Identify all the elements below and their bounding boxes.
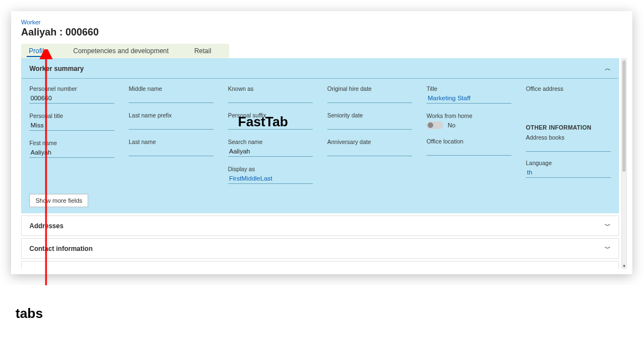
first-name-label: First name	[29, 140, 114, 146]
title-label: Title	[427, 85, 511, 92]
office-location-field[interactable]	[427, 146, 511, 156]
tabs-row: Profile Competencies and development Ret…	[21, 44, 229, 58]
original-hire-date-label: Original hire date	[327, 85, 412, 92]
seniority-date-label: Seniority date	[327, 112, 412, 119]
office-address-label: Office address	[526, 85, 611, 92]
breadcrumb[interactable]: Worker	[21, 19, 627, 25]
works-from-home-toggle[interactable]: No	[427, 121, 511, 129]
address-books-field[interactable]	[526, 142, 611, 152]
col-4: Original hire date Seniority date Annive…	[327, 85, 412, 156]
chevron-up-icon: ︿	[605, 64, 611, 73]
middle-name-label: Middle name	[129, 85, 214, 92]
anniversary-date-field[interactable]	[327, 146, 412, 156]
scroll-down-icon[interactable]: ▾	[622, 263, 626, 269]
tab-competencies[interactable]: Competencies and development	[65, 44, 176, 58]
office-location-label: Office location	[427, 138, 511, 145]
personnel-number-label: Personnel number	[29, 85, 114, 92]
fasttab-contact-information-title: Contact information	[29, 245, 93, 253]
fasttab-addresses: Addresses ﹀	[21, 215, 619, 236]
fasttab-personal-information-title: Personal information	[29, 268, 96, 269]
tab-profile[interactable]: Profile	[21, 44, 55, 58]
search-name-label: Search name	[228, 138, 313, 145]
vertical-scrollbar[interactable]: ▴ ▾	[621, 58, 627, 269]
title-field[interactable]: Marketing Staff	[427, 93, 511, 104]
personal-title-field[interactable]: Miss	[29, 120, 114, 131]
language-field[interactable]: th	[526, 167, 611, 178]
tab-retail[interactable]: Retail	[186, 44, 219, 58]
worker-summary-grid: Personnel number 000660 Personal title M…	[29, 85, 611, 184]
known-as-label: Known as	[228, 85, 313, 92]
fasttab-addresses-header[interactable]: Addresses ﹀	[22, 216, 618, 235]
content-area: Worker summary ︿ Personnel number 000660	[21, 58, 627, 269]
fasttab-worker-summary: Worker summary ︿ Personnel number 000660	[21, 58, 619, 213]
chevron-down-icon: ﹀	[605, 222, 611, 230]
col-1: Personnel number 000660 Personal title M…	[29, 85, 114, 158]
fasttab-worker-summary-body: Personnel number 000660 Personal title M…	[22, 79, 618, 213]
personal-title-label: Personal title	[29, 112, 114, 119]
works-from-home-label: Works from home	[427, 112, 511, 119]
page-title: Aaliyah : 000660	[21, 27, 627, 38]
col-5: Title Marketing Staff Works from home No	[427, 85, 511, 156]
chevron-down-icon: ﹀	[605, 244, 611, 253]
known-as-field[interactable]	[228, 93, 313, 103]
last-name-prefix-field[interactable]	[129, 120, 214, 130]
fasttab-contact-information-header[interactable]: Contact information ﹀	[22, 239, 618, 258]
last-name-field[interactable]	[129, 146, 214, 156]
display-as-label: Display as	[228, 166, 313, 172]
fasttab-worker-summary-title: Worker summary	[29, 65, 84, 73]
first-name-field[interactable]: Aaliyah	[29, 147, 114, 158]
anniversary-date-label: Anniversary date	[327, 138, 412, 145]
fasttab-personal-information: Personal information ﹀	[21, 261, 619, 269]
other-information-header: OTHER INFORMATION	[526, 124, 611, 131]
display-as-field[interactable]: FirstMiddleLast	[228, 173, 313, 184]
col-2: Middle name Last name prefix Last name	[129, 85, 214, 156]
last-name-label: Last name	[129, 138, 214, 145]
personal-suffix-field[interactable]	[228, 120, 313, 130]
personal-suffix-label: Personal suffix	[228, 112, 313, 119]
address-books-label: Address books	[526, 134, 611, 141]
scrollbar-thumb[interactable]	[622, 61, 626, 172]
col-3: Known as Personal suffix Search name Aal…	[228, 85, 313, 184]
col-6: Office address OTHER INFORMATION Address…	[526, 85, 611, 178]
fasttab-scroll: Worker summary ︿ Personnel number 000660	[21, 58, 619, 269]
middle-name-field[interactable]	[129, 93, 214, 103]
worker-form-window: Worker Aaliyah : 000660 Profile Competen…	[11, 11, 632, 274]
language-label: Language	[526, 160, 611, 166]
chevron-down-icon: ﹀	[605, 267, 611, 269]
seniority-date-field[interactable]	[327, 120, 412, 130]
last-name-prefix-label: Last name prefix	[129, 112, 214, 119]
fasttab-contact-information: Contact information ﹀	[21, 238, 619, 259]
toggle-pill-icon	[427, 121, 443, 129]
personnel-number-field[interactable]: 000660	[29, 93, 114, 104]
office-address-field[interactable]	[526, 93, 611, 115]
works-from-home-value: No	[448, 122, 455, 129]
fasttab-personal-information-header[interactable]: Personal information ﹀	[22, 261, 618, 269]
show-more-fields-button[interactable]: Show more fields	[29, 194, 88, 207]
fasttab-worker-summary-header[interactable]: Worker summary ︿	[22, 59, 618, 79]
original-hire-date-field[interactable]	[327, 93, 412, 103]
fasttab-addresses-title: Addresses	[29, 222, 63, 230]
search-name-field[interactable]: Aaliyah	[228, 146, 313, 157]
